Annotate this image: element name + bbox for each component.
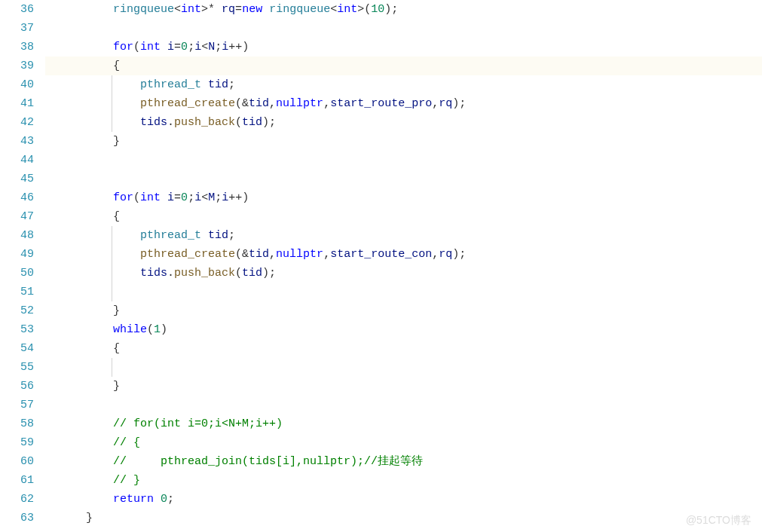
token-punct: {	[113, 210, 120, 223]
code-line[interactable]	[45, 283, 762, 301]
code-line[interactable]: }	[45, 509, 762, 527]
token-punct: <	[174, 3, 181, 16]
token-punct: );	[384, 3, 398, 16]
token-plain	[215, 3, 222, 16]
token-typebi: int	[337, 3, 357, 16]
code-line[interactable]: while(1)	[45, 320, 762, 339]
token-punct: ;	[215, 41, 222, 54]
code-line[interactable]: // }	[45, 471, 762, 490]
token-keyword: for	[113, 191, 133, 204]
token-func: pthread_create	[140, 248, 235, 261]
line-number-gutter: 3637383940414243444546474849505152535455…	[0, 0, 45, 532]
token-ident: tid	[208, 78, 228, 91]
line-number: 63	[8, 509, 34, 527]
code-line[interactable]: tids.push_back(tid);	[45, 264, 762, 283]
indent-guide	[112, 94, 112, 113]
code-line[interactable]: // for(int i=0;i<N+M;i++)	[45, 414, 762, 433]
token-punct: {	[113, 60, 120, 72]
code-line[interactable]: // {	[45, 433, 762, 452]
token-punct: )	[242, 191, 249, 204]
line-number: 45	[8, 170, 34, 188]
code-line[interactable]: for(int i=0;i<N;i++)	[45, 38, 762, 57]
token-comment: // }	[113, 474, 140, 487]
indent-guide	[112, 226, 112, 245]
code-line[interactable]: {	[45, 57, 762, 75]
code-line[interactable]: }	[45, 132, 762, 151]
token-ident: tid	[242, 116, 262, 129]
token-plain	[161, 41, 167, 54]
token-ident: tids	[140, 116, 167, 129]
watermark: @51CTO博客	[686, 514, 751, 527]
token-op: <	[201, 41, 208, 54]
token-punct: {	[113, 342, 120, 355]
token-plain	[262, 3, 269, 16]
token-ident: tid	[242, 267, 262, 280]
code-line[interactable]	[45, 19, 762, 38]
token-type: pthread_t	[140, 78, 201, 91]
token-punct: ;	[188, 41, 194, 54]
token-punct: (	[235, 267, 242, 280]
token-op: =	[174, 191, 181, 204]
token-punct: .	[167, 267, 174, 280]
token-punct: (&	[235, 248, 249, 261]
code-editor[interactable]: ringqueue<int>* rq=new ringqueue<int>(10…	[45, 0, 762, 532]
code-line[interactable]: pthread_create(&tid,nullptr,start_route_…	[45, 245, 762, 264]
line-number: 55	[8, 358, 34, 377]
code-line[interactable]: for(int i=0;i<M;i++)	[45, 188, 762, 207]
token-punct: ;	[215, 191, 222, 204]
token-ident: rq	[439, 248, 452, 261]
token-ident: i	[194, 41, 201, 54]
token-type: pthread_t	[140, 229, 201, 242]
token-number: 0	[161, 493, 167, 506]
code-line[interactable]: ringqueue<int>* rq=new ringqueue<int>(10…	[45, 0, 762, 19]
token-keyword: nullptr	[276, 248, 323, 261]
token-punct: ,	[432, 248, 439, 261]
token-punct: (&	[235, 97, 249, 110]
code-line[interactable]	[45, 151, 762, 170]
indent-guide	[112, 264, 112, 283]
token-comment: // for(int i=0;i<N+M;i++)	[113, 417, 283, 430]
token-ident: rq	[222, 3, 235, 16]
token-typebi: int	[181, 3, 201, 16]
token-func: push_back	[174, 116, 235, 129]
code-line[interactable]	[45, 170, 762, 188]
code-line[interactable]: pthread_t tid;	[45, 226, 762, 245]
indent-guide	[112, 358, 112, 377]
indent-guide	[112, 283, 112, 301]
line-number: 51	[8, 283, 34, 301]
token-punct: ;	[167, 493, 174, 506]
code-line[interactable]: // pthread_join(tids[i],nullptr);//挂起等待	[45, 452, 762, 471]
line-number: 41	[8, 94, 34, 113]
token-plain	[154, 493, 161, 506]
token-punct: ,	[323, 97, 330, 110]
code-line[interactable]: pthread_create(&tid,nullptr,start_route_…	[45, 94, 762, 113]
token-punct: }	[113, 135, 120, 148]
token-func: push_back	[174, 267, 235, 280]
indent-guide	[112, 245, 112, 264]
token-punct: )	[242, 41, 249, 54]
code-line[interactable]: tids.push_back(tid);	[45, 113, 762, 132]
code-line[interactable]	[45, 396, 762, 414]
code-line[interactable]	[45, 358, 762, 377]
code-line[interactable]: }	[45, 301, 762, 320]
token-ident: tid	[208, 229, 228, 242]
token-punct: ;	[188, 191, 194, 204]
token-punct: ,	[432, 97, 439, 110]
line-number: 56	[8, 377, 34, 396]
line-number: 50	[8, 264, 34, 283]
code-line[interactable]: }	[45, 377, 762, 396]
code-line[interactable]: pthread_t tid;	[45, 75, 762, 94]
token-func: pthread_create	[140, 97, 235, 110]
token-punct: }	[86, 512, 93, 524]
line-number: 43	[8, 132, 34, 151]
code-line[interactable]: {	[45, 207, 762, 226]
token-punct: (	[235, 116, 242, 129]
code-line[interactable]: return 0;	[45, 490, 762, 509]
line-number: 42	[8, 113, 34, 132]
token-punct: )	[161, 323, 167, 336]
token-plain	[161, 191, 167, 204]
token-ident: i	[222, 191, 228, 204]
line-number: 54	[8, 339, 34, 358]
line-number: 59	[8, 433, 34, 452]
code-line[interactable]: {	[45, 339, 762, 358]
